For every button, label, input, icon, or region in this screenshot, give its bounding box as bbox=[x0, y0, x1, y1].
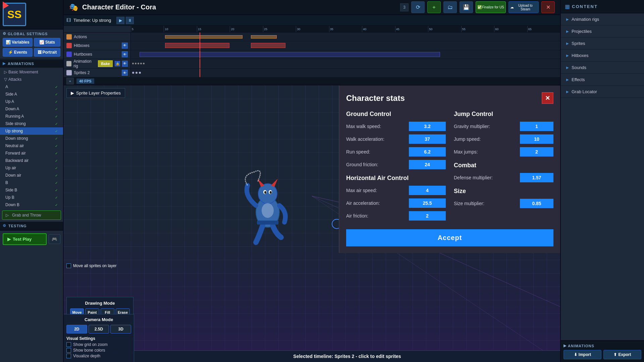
anim-item-side-strong[interactable]: Side strong ✓ bbox=[0, 120, 63, 127]
walk-accel-input[interactable]: 37 bbox=[409, 134, 446, 144]
controller-button[interactable]: 🎮 bbox=[49, 234, 60, 244]
eye-button[interactable]: 👁 bbox=[122, 61, 128, 67]
content-grab-locator[interactable]: ▶ Grab Locator bbox=[561, 86, 644, 98]
events-button[interactable]: ⚡ Events bbox=[3, 48, 33, 57]
content-sounds[interactable]: ▶ Sounds bbox=[561, 62, 644, 74]
left-stats-column: Ground Control Max walk speed: 3.2 Walk … bbox=[346, 111, 446, 224]
max-air-speed-input[interactable]: 4 bbox=[409, 186, 446, 195]
content-hitboxes[interactable]: ▶ Hitboxes bbox=[561, 50, 644, 62]
max-jumps-input[interactable]: 2 bbox=[520, 147, 553, 157]
anim-item-side-b[interactable]: Side B ✓ bbox=[0, 186, 63, 194]
track-anim-rig-content[interactable] bbox=[131, 59, 560, 68]
show-grid-checkbox[interactable] bbox=[66, 342, 71, 347]
ground-friction-input[interactable]: 24 bbox=[409, 160, 446, 169]
character-svg bbox=[237, 169, 298, 252]
defense-mult-input[interactable]: 1.57 bbox=[520, 173, 553, 182]
portrait-button[interactable]: 🖼 Portrait bbox=[34, 48, 60, 57]
anim-item-down-a[interactable]: Down A ✓ bbox=[0, 105, 63, 113]
refresh-button[interactable]: ⟳ bbox=[411, 1, 425, 13]
air-accel-input[interactable]: 25.5 bbox=[409, 198, 446, 208]
track-hitboxes[interactable]: Hitboxes 👁 bbox=[64, 41, 560, 50]
play-button[interactable]: ▶ bbox=[116, 17, 124, 24]
stats-grid: Ground Control Max walk speed: 3.2 Walk … bbox=[346, 111, 553, 224]
variables-button[interactable]: 📊 Variables bbox=[3, 38, 33, 47]
max-walk-speed-input[interactable]: 3.2 bbox=[409, 122, 446, 131]
grab-throw-item[interactable]: ▷ Grab and Throw bbox=[2, 210, 61, 220]
anim-item-down-air[interactable]: Down air ✓ bbox=[0, 172, 63, 179]
content-projectiles[interactable]: ▶ Projectiles bbox=[561, 25, 644, 38]
viewport[interactable]: ▶ Sprite Layer Properties Move all sprit… bbox=[64, 85, 560, 362]
basic-movement-category[interactable]: ▷ Basic Movement bbox=[0, 68, 63, 76]
anim-item-down-b[interactable]: Down B ✓ bbox=[0, 201, 63, 208]
move-sprites-checkbox[interactable]: Move all sprites on layer bbox=[66, 263, 116, 268]
camera-2d-button[interactable]: 2D bbox=[66, 325, 87, 334]
content-animation-rigs[interactable]: ▶ Animation rigs bbox=[561, 13, 644, 25]
keyframe-dot bbox=[135, 63, 137, 64]
run-speed-input[interactable]: 6.2 bbox=[409, 147, 446, 157]
accept-button[interactable]: Accept bbox=[346, 229, 553, 246]
stats-icon: 📈 bbox=[39, 40, 44, 45]
track-sprites-2-content[interactable] bbox=[131, 69, 560, 77]
camera-3d-button[interactable]: 3D bbox=[110, 325, 131, 334]
save-button[interactable]: 💾 bbox=[460, 1, 473, 13]
track-sprites-2[interactable]: Sprites 2 👁 bbox=[64, 69, 560, 77]
anim-item-b[interactable]: B ✓ bbox=[0, 179, 63, 186]
anim-item-up-air[interactable]: Up air ✓ bbox=[0, 164, 63, 172]
move-sprites-check[interactable] bbox=[66, 263, 71, 268]
anim-item-forward-air[interactable]: Forward air ✓ bbox=[0, 149, 63, 157]
track-hurtboxes[interactable]: Hurtboxes 👁 bbox=[64, 50, 560, 59]
anim-item-backward-air[interactable]: Backward air ✓ bbox=[0, 157, 63, 164]
attacks-category[interactable]: ▽ Attacks bbox=[0, 76, 63, 83]
track-animation-rig[interactable]: Animation rig Bake 🔒 👁 bbox=[64, 59, 560, 69]
anim-item-neutral-air[interactable]: Neutral air ✓ bbox=[0, 142, 63, 149]
anim-item-up-strong[interactable]: Up strong ✓ bbox=[0, 127, 63, 135]
upload-button[interactable]: ☁ Upload to Steam bbox=[508, 1, 539, 13]
anim-item-running-a[interactable]: Running A ✓ bbox=[0, 113, 63, 120]
anim-item-down-strong[interactable]: Down strong ✓ bbox=[0, 135, 63, 142]
show-bone-colors-row[interactable]: Show bone colors bbox=[66, 348, 131, 353]
add-button[interactable]: + bbox=[427, 1, 441, 13]
ruler-mark: 55 bbox=[461, 26, 494, 32]
camera-25d-button[interactable]: 2.5D bbox=[89, 325, 109, 334]
add-track-button[interactable]: + bbox=[66, 78, 74, 84]
bake-button[interactable]: Bake bbox=[98, 60, 113, 67]
arrow-icon: ▶ bbox=[566, 54, 569, 57]
show-bone-colors-checkbox[interactable] bbox=[66, 348, 71, 353]
anim-item-a[interactable]: A ✓ bbox=[0, 83, 63, 90]
anim-item-up-a[interactable]: Up A ✓ bbox=[0, 98, 63, 105]
animations-header[interactable]: ▶ ANIMATIONS bbox=[0, 59, 63, 68]
lock-button[interactable]: 🔒 bbox=[115, 61, 120, 66]
char-stats-close-button[interactable]: ✕ bbox=[542, 92, 553, 104]
content-sprites[interactable]: ▶ Sprites bbox=[561, 38, 644, 50]
jump-speed-input[interactable]: 10 bbox=[520, 134, 553, 144]
finalize-button[interactable]: ✅ Finalize for US bbox=[476, 1, 506, 13]
visualize-depth-checkbox[interactable] bbox=[66, 354, 71, 358]
show-grid-row[interactable]: Show grid on zoom bbox=[66, 342, 131, 347]
content-effects[interactable]: ▶ Effects bbox=[561, 74, 644, 86]
ruler-mark: 20 bbox=[230, 26, 263, 32]
sprite-layer-properties[interactable]: ▶ Sprite Layer Properties bbox=[66, 88, 125, 98]
test-play-button[interactable]: ▶ Test Play bbox=[3, 233, 47, 245]
air-friction-input[interactable]: 2 bbox=[409, 211, 446, 221]
track-actions-content[interactable] bbox=[131, 33, 560, 41]
track-hurtboxes-content[interactable] bbox=[131, 50, 560, 59]
anim-item-side-a[interactable]: Side A ✓ bbox=[0, 90, 63, 98]
testing-header[interactable]: ⚙ TESTING bbox=[0, 221, 63, 230]
size-mult-input[interactable]: 0.85 bbox=[520, 199, 553, 208]
import-button[interactable]: ⬇ Import bbox=[564, 350, 601, 359]
export-button[interactable]: ⬆ Export bbox=[603, 350, 641, 359]
stats-button[interactable]: 📈 Stats bbox=[34, 38, 60, 47]
arrow-icon: ▶ bbox=[566, 78, 569, 81]
gravity-mult-input[interactable]: 1 bbox=[520, 122, 553, 131]
folder-button[interactable]: 🗂 bbox=[443, 1, 457, 13]
anim-item-up-b[interactable]: Up B ✓ bbox=[0, 194, 63, 201]
pause-button[interactable]: ⏸ bbox=[126, 17, 134, 24]
eye-button[interactable]: 👁 bbox=[122, 51, 128, 57]
track-actions[interactable]: Actions bbox=[64, 33, 560, 41]
eye-button[interactable]: 👁 bbox=[122, 70, 128, 76]
track-hitboxes-content[interactable] bbox=[131, 41, 560, 50]
visualize-depth-row[interactable]: Visualize depth bbox=[66, 354, 131, 358]
app-title: Character Editor - Cora bbox=[82, 3, 156, 11]
eye-button[interactable]: 👁 bbox=[122, 43, 128, 49]
close-button[interactable]: ✕ bbox=[541, 1, 555, 13]
